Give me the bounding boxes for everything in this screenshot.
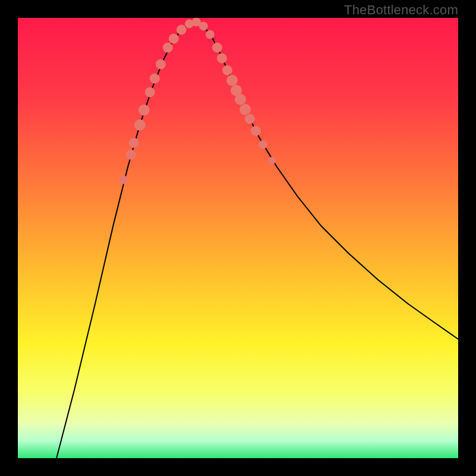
watermark-text: TheBottleneck.com [344, 2, 458, 18]
data-marker [150, 74, 159, 83]
data-marker [126, 150, 136, 159]
data-marker [163, 43, 173, 52]
chart-curves [18, 18, 458, 458]
data-marker [240, 104, 250, 115]
data-marker [129, 138, 139, 148]
data-marker [206, 30, 214, 39]
data-marker [139, 105, 149, 115]
data-marker [268, 157, 275, 164]
data-marker [227, 75, 237, 86]
chart-frame: TheBottleneck.com [0, 0, 476, 476]
data-marker [134, 120, 145, 130]
data-marker [251, 126, 261, 136]
data-marker [169, 34, 178, 43]
data-marker [259, 140, 267, 149]
data-marker [245, 114, 255, 124]
data-marker [235, 94, 246, 105]
data-marker [217, 54, 227, 63]
data-marker [199, 22, 208, 30]
data-marker [212, 43, 222, 52]
data-marker [223, 65, 232, 75]
data-marker [119, 176, 127, 184]
data-markers [119, 18, 275, 184]
plot-area [18, 18, 458, 458]
data-marker [145, 87, 155, 97]
v-curve [57, 22, 458, 458]
data-marker [156, 60, 165, 69]
data-marker [177, 25, 186, 35]
